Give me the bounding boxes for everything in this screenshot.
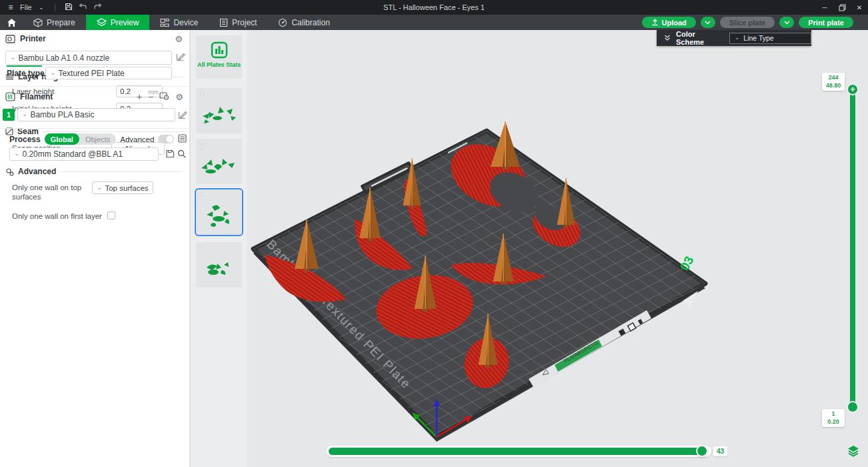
edit-printer-icon[interactable]: [176, 52, 185, 63]
collapse-chevrons-icon[interactable]: [664, 35, 671, 41]
main-tab-bar: Prepare Preview Device Project Calibrati…: [0, 15, 868, 30]
remove-filament-button[interactable]: −: [148, 92, 153, 101]
minimize-button[interactable]: ─: [816, 0, 833, 15]
view-all-settings-icon[interactable]: [178, 134, 187, 145]
ams-filament-icon[interactable]: [159, 91, 169, 102]
chevron-down-icon: ⌄: [10, 53, 15, 61]
plate-type-label: Plate type: [7, 69, 45, 78]
printer-section-title: Printer: [20, 34, 46, 43]
settings-sidebar: Printer ⚙ ⌄ Bambu Lab A1 0.4 nozzle Plat…: [0, 30, 190, 467]
home-tab[interactable]: [0, 15, 23, 30]
tab-prepare[interactable]: Prepare: [23, 15, 86, 30]
tab-preview[interactable]: Preview: [86, 15, 150, 30]
divider: [55, 3, 55, 11]
process-section-title: Process: [9, 135, 41, 144]
step-slider-fill: [329, 448, 701, 455]
one-wall-first-layer-checkbox[interactable]: [107, 211, 115, 219]
filament-icon: [5, 92, 15, 101]
add-filament-button[interactable]: +: [137, 92, 142, 101]
print-dropdown-button[interactable]: [779, 17, 794, 28]
one-wall-top-select[interactable]: ⌄ Top surfaces: [92, 181, 153, 194]
tab-device[interactable]: Device: [149, 15, 209, 30]
menu-icon[interactable]: ≡: [5, 3, 16, 12]
scope-global: Global: [45, 133, 79, 145]
layer-slider-track[interactable]: [850, 89, 855, 406]
printer-settings-gear-icon[interactable]: ⚙: [175, 35, 183, 43]
redo-icon[interactable]: [93, 3, 103, 12]
process-scope-toggle[interactable]: Global Objects: [45, 133, 117, 145]
printer-preset-select[interactable]: ⌄ Bambu Lab A1 0.4 nozzle: [5, 51, 172, 65]
layers-icon: [847, 444, 860, 458]
chevron-down-icon[interactable]: ⌄: [36, 4, 47, 11]
advanced-label: Advanced: [120, 135, 154, 143]
undo-icon[interactable]: [78, 3, 89, 12]
param-label: Only one wall on top surfaces: [12, 181, 92, 202]
print-plate-button[interactable]: Print plate: [799, 17, 853, 28]
color-scheme-bar: Color Scheme ⌄ Line Type: [657, 30, 811, 46]
chevron-down-icon: [784, 21, 790, 25]
plate-thumbnail-4[interactable]: 4: [196, 242, 242, 288]
tab-calibration[interactable]: Calibration: [267, 15, 340, 30]
upload-button[interactable]: Upload: [642, 17, 696, 28]
filament-preset-select[interactable]: ⌄ Bambu PLA Basic: [17, 108, 175, 121]
slice-dropdown-button[interactable]: [701, 17, 715, 28]
edit-filament-icon[interactable]: [178, 110, 187, 121]
plate-thumbnail-3[interactable]: 3: [196, 189, 242, 235]
plate-thumbnail-models: [197, 250, 240, 284]
group-title-advanced: Advanced: [18, 167, 56, 176]
step-slider-handle[interactable]: [696, 445, 708, 457]
all-plates-stats-label: All Plates Stats: [197, 61, 241, 69]
scope-objects: Objects: [79, 135, 116, 144]
plate-thumbnail-models: [197, 197, 240, 231]
plates-panel: All Plates Stats 1 2 3 4: [191, 30, 247, 467]
title-bar: ≡ File ⌄ STL - Halloween Face - Eyes 1 ─…: [0, 0, 868, 15]
search-icon[interactable]: [177, 149, 186, 160]
slice-plate-button: Slice plate: [720, 17, 775, 28]
upload-icon: [651, 19, 659, 26]
chevron-down-icon: ⌄: [14, 149, 19, 157]
calibration-icon: [278, 18, 287, 27]
chevron-down-icon: ⌄: [735, 34, 740, 41]
printer-icon: [5, 35, 15, 43]
layers-view-button[interactable]: [846, 444, 861, 458]
tab-project[interactable]: Project: [209, 15, 267, 30]
step-slider-track[interactable]: [326, 446, 711, 457]
layer-slider-bottom-badge: 1 0.20: [822, 409, 845, 427]
filament-settings-gear-icon[interactable]: ⚙: [175, 93, 183, 101]
stats-icon: [211, 41, 228, 59]
param-label: Only one wall on first layer: [12, 210, 107, 221]
device-icon: [160, 18, 169, 27]
layer-slider-bottom-handle[interactable]: [847, 401, 859, 413]
advanced-toggle[interactable]: [158, 135, 174, 143]
prepare-icon: [33, 18, 43, 27]
color-scheme-label: Color Scheme: [676, 30, 723, 46]
3d-scene[interactable]: Bambu Lab Textured PEI Plate PLA/ABS/PET…: [247, 30, 868, 467]
advanced-group-icon: [5, 167, 14, 176]
line-type-select[interactable]: ⌄ Line Type: [729, 33, 811, 44]
chevron-down-icon: ⌄: [50, 69, 55, 76]
plate-thumbnail-1[interactable]: 1: [196, 88, 242, 133]
window-title: STL - Halloween Face - Eyes 1: [0, 3, 868, 11]
filament-section-title: Filament: [20, 92, 53, 101]
restore-button[interactable]: [833, 0, 851, 15]
plate-thumbnail-models: [197, 96, 240, 129]
home-icon: [7, 18, 17, 27]
save-preset-icon[interactable]: [165, 149, 175, 160]
project-icon: [219, 18, 228, 27]
filament-slot-badge[interactable]: 1: [3, 109, 15, 121]
chevron-down-icon: ⌄: [97, 183, 102, 191]
plate-type-select[interactable]: ⌄ Textured PEI Plate: [45, 67, 172, 79]
preview-icon: [97, 18, 107, 27]
all-plates-stats-button[interactable]: All Plates Stats: [196, 35, 242, 79]
layer-slider-top-badge: 244 48.80: [822, 73, 845, 91]
save-icon[interactable]: [63, 3, 74, 13]
process-preset-select[interactable]: ⌄ 0.20mm Standard @BBL A1: [9, 147, 159, 161]
plate-thumbnail-models: [197, 147, 240, 180]
plate-thumbnail-2[interactable]: 2: [196, 139, 242, 184]
file-menu[interactable]: File: [20, 3, 32, 11]
close-button[interactable]: ✕: [851, 0, 868, 15]
layer-slider-top-handle[interactable]: +: [847, 83, 859, 95]
chevron-down-icon: ⌄: [22, 110, 27, 117]
preview-viewport[interactable]: Bambu Lab Textured PEI Plate PLA/ABS/PET…: [247, 30, 868, 467]
step-slider-value-badge: 43: [713, 446, 727, 456]
